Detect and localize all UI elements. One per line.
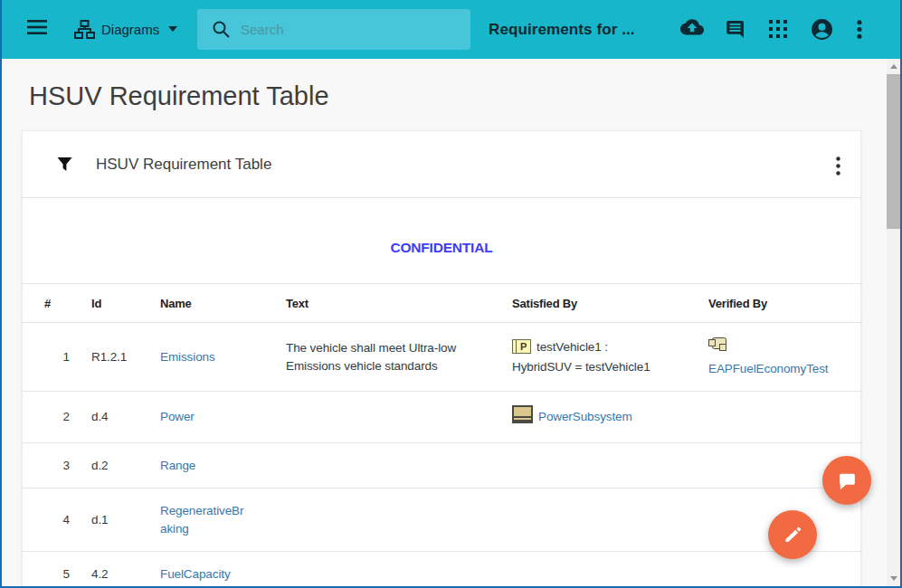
card-menu-button[interactable] (834, 155, 842, 177)
table-row: 4d.1RegenerativeBraking (23, 488, 862, 552)
sitemap-icon (74, 20, 95, 39)
confidential-watermark: CONFIDENTIAL (391, 240, 493, 255)
chat-bubble-icon (836, 469, 859, 492)
scroll-down-arrow[interactable] (890, 576, 897, 581)
satisfied-by-cell: PtestVehicle1 : HybridSUV = testVehicle1 (512, 323, 708, 392)
requirement-text (286, 392, 512, 443)
page-content: HSUV Requirement Table HSUV Requirement … (2, 59, 900, 586)
requirement-name-link[interactable]: RegenerativeBraking (160, 504, 243, 536)
account-button[interactable] (811, 18, 833, 41)
table-row: 2d.4PowerPowerSubsystem (23, 392, 862, 443)
chat-icon (725, 19, 745, 40)
satisfied-by-text: testVehicle1 : HybridSUV = testVehicle1 (512, 340, 650, 375)
requirement-name-cell: Emissions (160, 323, 286, 392)
table-row: 1R1.2.1EmissionsThe vehicle shall meet U… (23, 323, 862, 392)
search-icon (213, 21, 230, 38)
search-bar[interactable] (197, 9, 470, 50)
comments-fab[interactable] (822, 456, 871, 505)
requirement-name-link[interactable]: Emissions (160, 350, 215, 364)
filter-icon (57, 156, 72, 172)
cloud-upload-icon (680, 19, 704, 37)
scrollbar-thumb[interactable] (887, 74, 900, 229)
search-input[interactable] (241, 22, 458, 37)
row-number: 4 (23, 488, 91, 552)
row-number: 3 (23, 442, 91, 488)
col-header-satisfied-by: Satisfied By (512, 284, 708, 323)
satisfied-by-cell (512, 442, 708, 488)
requirement-id: d.1 (91, 488, 160, 552)
requirements-table: # Id Name Text Satisfied By Verified By … (23, 283, 862, 586)
requirement-name-link[interactable]: Range (160, 459, 195, 472)
col-header-number: # (23, 284, 91, 323)
requirement-text: The vehicle shall meet Ultra-low Emissio… (286, 323, 512, 392)
filter-button[interactable] (57, 156, 72, 172)
chevron-down-icon (168, 26, 177, 32)
table-row: 54.2FuelCapacity (23, 552, 862, 587)
col-header-verified-by: Verified By (708, 284, 862, 323)
satisfied-by-link[interactable]: PowerSubsystem (538, 410, 632, 423)
document-title: Requirements for ... (489, 0, 635, 59)
pencil-icon (783, 525, 802, 545)
satisfied-by-cell (512, 552, 708, 587)
row-number: 1 (23, 323, 91, 392)
requirement-text (286, 552, 512, 587)
verified-by-link[interactable]: EAPFuelEconomyTest (708, 362, 829, 375)
account-circle-icon (811, 18, 833, 41)
requirement-name-cell: FuelCapacity (160, 552, 286, 587)
kebab-icon (836, 156, 840, 175)
requirement-text (286, 442, 512, 488)
requirement-name-link[interactable]: FuelCapacity (160, 567, 231, 581)
card-header: HSUV Requirement Table (23, 131, 860, 198)
diagrams-label: Diagrams (101, 22, 159, 37)
col-header-id: Id (91, 284, 160, 323)
block-icon (512, 405, 533, 429)
top-app-bar: Diagrams Requirements for ... (2, 0, 900, 59)
overflow-menu-button[interactable] (857, 20, 862, 39)
apps-grid-button[interactable] (769, 20, 787, 38)
col-header-text: Text (286, 284, 512, 323)
row-number: 5 (23, 552, 91, 587)
card-title: HSUV Requirement Table (96, 156, 271, 174)
scroll-up-arrow[interactable] (890, 64, 897, 69)
verified-by-cell: EAPFuelEconomyTest (708, 323, 862, 392)
verified-by-cell (708, 392, 862, 443)
edit-fab[interactable] (768, 510, 817, 559)
requirement-id: R1.2.1 (91, 323, 160, 392)
requirement-name-cell: RegenerativeBraking (160, 488, 286, 552)
row-number: 2 (23, 392, 91, 443)
satisfied-by-cell (512, 488, 708, 552)
diagrams-dropdown[interactable]: Diagrams (74, 14, 177, 43)
page-title: HSUV Requirement Table (29, 81, 900, 110)
menu-button[interactable] (27, 19, 47, 35)
requirement-text (286, 488, 512, 552)
satisfied-by-cell: PowerSubsystem (512, 392, 708, 443)
requirement-name-cell: Power (160, 392, 286, 443)
requirement-id: d.2 (91, 442, 160, 488)
hamburger-icon (27, 19, 47, 35)
requirement-name-cell: Range (160, 442, 286, 488)
vertical-scrollbar[interactable] (887, 59, 900, 586)
part-property-icon: P (512, 339, 531, 359)
requirement-id: 4.2 (91, 552, 160, 587)
more-vert-icon (857, 20, 862, 39)
comments-button[interactable] (725, 19, 745, 40)
table-header-row: # Id Name Text Satisfied By Verified By (23, 284, 862, 323)
test-case-icon (708, 337, 862, 358)
requirement-name-link[interactable]: Power (160, 410, 195, 423)
cloud-upload-button[interactable] (680, 19, 704, 37)
requirement-id: d.4 (91, 392, 160, 443)
requirement-table-card: HSUV Requirement Table CONFIDENTIAL # I (22, 130, 861, 586)
apps-grid-icon (769, 20, 787, 38)
table-row: 3d.2Range (23, 442, 862, 488)
svg-text:P: P (520, 341, 527, 352)
watermark-band: CONFIDENTIAL (23, 198, 860, 283)
col-header-name: Name (160, 284, 286, 323)
